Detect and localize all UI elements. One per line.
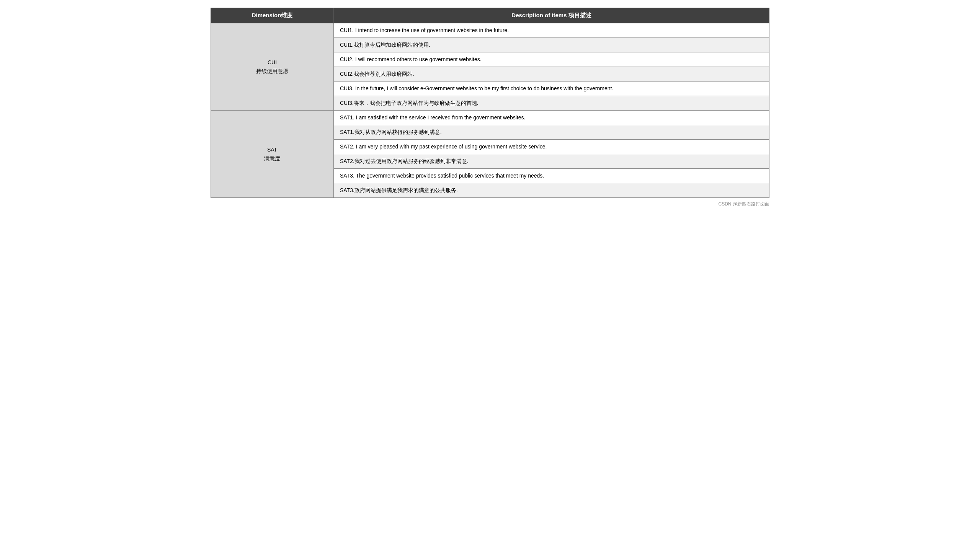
desc-cell-0-2: CUI2. I will recommend others to use gov… — [333, 52, 769, 67]
main-table: Dimension维度 Description of items 项目描述 CU… — [211, 8, 769, 198]
desc-cell-1-3: SAT2.我对过去使用政府网站服务的经验感到非常满意. — [333, 154, 769, 169]
desc-cell-1-4: SAT3. The government website provides sa… — [333, 169, 769, 183]
desc-cell-1-0: SAT1. I am satisfied with the service I … — [333, 111, 769, 125]
desc-cell-1-2: SAT2. I am very pleased with my past exp… — [333, 140, 769, 154]
dim-en-1: SAT — [267, 147, 277, 153]
table-container: Dimension维度 Description of items 项目描述 CU… — [211, 8, 769, 207]
dim-cn-0: 持续使用意愿 — [256, 68, 288, 74]
desc-cell-0-4: CUI3. In the future, I will consider e-G… — [333, 82, 769, 96]
dim-cell-0: CUI持续使用意愿 — [211, 23, 334, 111]
header-dimension: Dimension维度 — [211, 8, 334, 23]
desc-cell-0-0: CUI1. I intend to increase the use of go… — [333, 23, 769, 38]
desc-cell-1-1: SAT1.我对从政府网站获得的服务感到满意. — [333, 125, 769, 140]
dim-en-0: CUI — [268, 59, 277, 65]
desc-cell-0-1: CUI1.我打算今后增加政府网站的使用. — [333, 38, 769, 52]
dim-cell-1: SAT满意度 — [211, 111, 334, 198]
footer: CSDN @新四石路打卤面 — [211, 201, 769, 207]
desc-cell-0-5: CUI3.将来，我会把电子政府网站作为与政府做生意的首选. — [333, 96, 769, 111]
header-description: Description of items 项目描述 — [333, 8, 769, 23]
desc-cell-1-5: SAT3.政府网站提供满足我需求的满意的公共服务. — [333, 183, 769, 198]
desc-cell-0-3: CUI2.我会推荐别人用政府网站. — [333, 67, 769, 82]
dim-cn-1: 满意度 — [264, 155, 280, 161]
